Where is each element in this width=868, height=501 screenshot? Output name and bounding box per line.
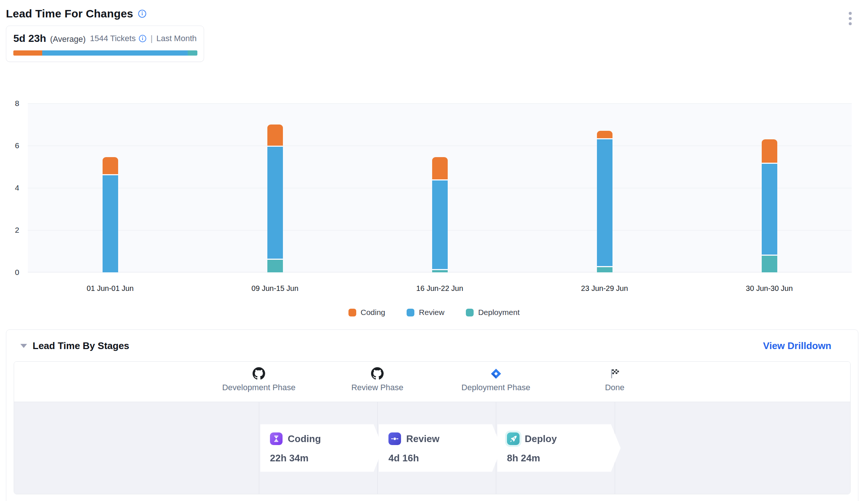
average-value: 5d 23h <box>13 33 46 44</box>
hourglass-icon <box>270 432 283 445</box>
summary-card: 5d 23h (Average) 1544 Tickets | Last Mon… <box>6 26 204 62</box>
bar-segment-coding-4[interactable] <box>762 139 777 163</box>
phase-header-done: Done <box>541 367 689 392</box>
bar-segment-review-3[interactable] <box>597 139 612 266</box>
tickets-info-icon[interactable] <box>138 34 147 43</box>
bar-segment-review-4[interactable] <box>762 164 777 255</box>
github-icon <box>371 367 384 380</box>
separator: | <box>150 34 153 43</box>
page-title: Lead Time For Changes <box>6 7 133 20</box>
summary-top-row: 5d 23h (Average) 1544 Tickets | Last Mon… <box>13 33 197 44</box>
stages-header-left: Lead Time By Stages <box>20 340 129 352</box>
legend-swatch-review <box>407 309 414 316</box>
panel-header: Lead Time For Changes <box>6 0 862 20</box>
x-axis-label-3: 23 Jun-29 Jun <box>549 284 660 293</box>
distribution-segment-review <box>42 50 188 56</box>
bar-segment-deployment-3[interactable] <box>597 267 612 272</box>
stage-card-head: Deploy <box>507 432 621 445</box>
average-label: (Average) <box>50 34 86 44</box>
chart-plot: 01 Jun-01 Jun09 Jun-15 Jun16 Jun-22 Jun2… <box>28 103 852 272</box>
view-drilldown-link[interactable]: View Drilldown <box>763 340 831 352</box>
bar-segment-coding-1[interactable] <box>267 125 283 146</box>
legend-swatch-coding <box>348 309 356 316</box>
legend-label: Coding <box>361 308 385 317</box>
stage-duration: 22h 34m <box>270 452 383 464</box>
stage-card-coding[interactable]: Coding22h 34m <box>260 424 383 472</box>
phase-label: Development Phase <box>222 383 296 392</box>
y-axis-tick-2: 2 <box>6 225 19 235</box>
chart-legend: CodingReviewDeployment <box>6 308 862 317</box>
bar-segment-deployment-2[interactable] <box>432 270 448 272</box>
legend-label: Review <box>419 308 444 317</box>
bar-segment-coding-3[interactable] <box>597 131 612 138</box>
legend-item-review[interactable]: Review <box>407 308 444 317</box>
jira-icon <box>490 367 502 380</box>
stage-title: Review <box>406 433 440 445</box>
stages-header: Lead Time By Stages View Drilldown <box>6 330 858 352</box>
stage-card-head: Coding <box>270 432 383 445</box>
phase-label: Deployment Phase <box>461 383 530 392</box>
gridline-y-8 <box>28 103 852 104</box>
summary-meta: 1544 Tickets | Last Month <box>90 34 197 43</box>
lead-time-for-changes-panel: Lead Time For Changes 5d 23h (Average) 1… <box>0 0 868 501</box>
stage-title: Deploy <box>525 433 557 445</box>
y-axis-tick-8: 8 <box>6 99 19 108</box>
bar-segment-deployment-4[interactable] <box>762 256 777 272</box>
bar-segment-coding-0[interactable] <box>103 157 118 174</box>
period-label: Last Month <box>156 34 197 43</box>
phase-label: Done <box>605 383 625 392</box>
title-info-icon[interactable] <box>138 9 147 18</box>
x-axis-label-1: 09 Jun-15 Jun <box>220 284 331 293</box>
phase-label: Review Phase <box>351 383 404 392</box>
stage-card-deploy[interactable]: Deploy8h 24m <box>497 424 621 472</box>
x-axis-label-4: 30 Jun-30 Jun <box>714 284 825 293</box>
stage-duration: 4d 16h <box>388 452 502 464</box>
bar-segment-review-2[interactable] <box>432 180 448 269</box>
y-axis-tick-4: 4 <box>6 183 19 193</box>
collapse-caret-icon[interactable] <box>20 344 27 348</box>
legend-label: Deployment <box>478 308 520 317</box>
y-axis-tick-6: 6 <box>6 141 19 150</box>
kebab-menu-icon[interactable] <box>849 12 852 25</box>
checkered-flag-icon <box>609 367 621 380</box>
legend-item-coding[interactable]: Coding <box>348 308 385 317</box>
bar-segment-review-0[interactable] <box>103 175 118 272</box>
stages-body: Coding22h 34mReview4d 16hDeploy8h 24m <box>14 402 850 494</box>
bar-segment-coding-2[interactable] <box>432 157 448 179</box>
column-divider <box>259 402 259 494</box>
lead-time-chart: 02468 01 Jun-01 Jun09 Jun-15 Jun16 Jun-2… <box>6 103 862 303</box>
distribution-segment-coding <box>13 50 42 56</box>
bar-segment-deployment-1[interactable] <box>267 260 283 272</box>
stage-card-head: Review <box>388 432 502 445</box>
tickets-count: 1544 Tickets <box>90 34 136 43</box>
stages-table: Development PhaseReview PhaseDeployment … <box>14 361 851 494</box>
phase-header-row: Development PhaseReview PhaseDeployment … <box>14 362 850 402</box>
legend-swatch-deployment <box>466 309 474 316</box>
gridline-y-6 <box>28 146 852 146</box>
lead-time-by-stages-section: Lead Time By Stages View Drilldown Devel… <box>6 329 858 501</box>
bar-segment-review-1[interactable] <box>267 147 283 259</box>
distribution-segment-deployment <box>188 50 197 56</box>
rocket-icon <box>507 432 520 445</box>
legend-item-deployment[interactable]: Deployment <box>466 308 520 317</box>
x-axis-label-2: 16 Jun-22 Jun <box>384 284 495 293</box>
git-commit-icon <box>388 432 401 445</box>
average-lead-time: 5d 23h (Average) <box>13 33 86 44</box>
lead-time-distribution-bar <box>13 50 197 56</box>
stage-title: Coding <box>288 433 321 445</box>
stage-card-review[interactable]: Review4d 16h <box>379 424 502 472</box>
stage-duration: 8h 24m <box>507 452 621 464</box>
x-axis-label-0: 01 Jun-01 Jun <box>55 284 166 293</box>
github-icon <box>253 367 265 380</box>
chart-y-axis: 02468 <box>6 103 19 272</box>
stages-section-title: Lead Time By Stages <box>33 340 129 352</box>
y-axis-tick-0: 0 <box>6 268 19 277</box>
